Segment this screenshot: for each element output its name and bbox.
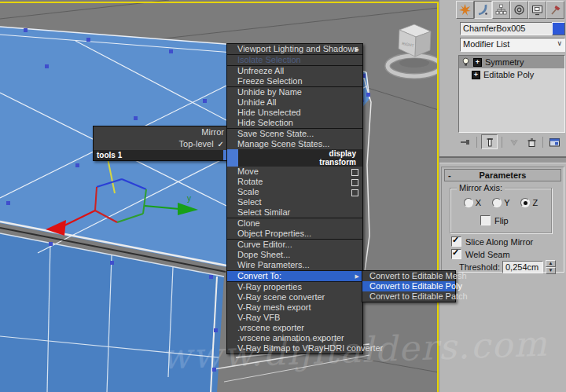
settings-box-icon[interactable] (351, 169, 358, 176)
show-end-result-button[interactable] (481, 134, 498, 149)
tab-create[interactable] (456, 1, 474, 19)
menu-item-manage-scene-states[interactable]: Manage Scene States... (227, 139, 362, 149)
expand-icon[interactable]: + (472, 71, 480, 79)
settings-box-icon[interactable] (351, 189, 358, 196)
stack-row-editable-poly[interactable]: + Editable Poly (459, 68, 564, 81)
threshold-row: Threshold: 0,254cm ▲ ▼ (459, 260, 556, 274)
tab-hierarchy[interactable] (492, 1, 510, 19)
convert-to-submenu: Convert to Editable Mesh Convert to Edit… (362, 270, 456, 302)
checkbox-box: ✓ (451, 249, 461, 259)
threshold-spinner: ▲ ▼ (546, 260, 556, 274)
tab-motion[interactable] (510, 1, 528, 19)
collapse-icon: - (448, 170, 451, 181)
utilities-icon (549, 4, 561, 16)
panel-splitter[interactable] (439, 156, 566, 163)
expand-icon[interactable]: + (473, 58, 482, 67)
rollout-header[interactable]: - Parameters (444, 169, 561, 181)
show-end-result-icon (484, 137, 495, 148)
mirror-axis-label: Mirror Axis: (457, 183, 505, 192)
menu-item-vrscene-animation-exporter[interactable]: .vrscene animation exporter (227, 333, 362, 343)
remove-modifier-button[interactable] (524, 135, 538, 148)
object-name-field[interactable]: ChamferBox005 (460, 22, 553, 35)
check-icon: ✓ (452, 247, 459, 258)
flip-checkbox[interactable]: ✓ Flip (480, 215, 509, 225)
menu-item-move[interactable]: Move (227, 167, 362, 177)
menu-item-save-scene-state[interactable]: Save Scene State... (227, 129, 362, 139)
pin-stack-button[interactable] (458, 135, 472, 148)
viewport-canvas[interactable]: y RIGHT (0, 0, 439, 392)
menu-item-vray-vfb[interactable]: V-Ray VFB (227, 313, 362, 323)
tab-utilities[interactable] (546, 1, 564, 19)
menu-item-vray-bitmap-converter[interactable]: V-Ray Bitmap to VRayHDRI converter (227, 343, 362, 354)
settings-box-icon[interactable] (351, 179, 358, 186)
menu-item-mirror[interactable]: Mirror (94, 126, 237, 138)
check-icon: ✓ (452, 235, 459, 245)
menu-item-hide-unselected[interactable]: Hide Unselected (227, 108, 362, 118)
menu-item-curve-editor[interactable]: Curve Editor... (227, 240, 362, 250)
radio-x[interactable]: X (464, 198, 481, 207)
radio-z[interactable]: Z (520, 198, 538, 207)
menu-item-vray-scene-converter[interactable]: V-Ray scene converter (227, 292, 362, 302)
submenu-arrow-icon: ▶ (355, 271, 359, 281)
quad-title-label: transform (319, 158, 356, 167)
tab-modify[interactable] (474, 1, 492, 19)
configure-modifier-sets-button[interactable] (547, 135, 562, 148)
slice-along-mirror-checkbox[interactable]: ✓ Slice Along Mirror (451, 236, 533, 247)
toolbar-divider (502, 137, 502, 148)
menu-item-wire-parameters[interactable]: Wire Parameters... (227, 260, 362, 270)
menu-item-vray-properties[interactable]: V-Ray properties (227, 282, 362, 292)
spinner-down-icon[interactable]: ▼ (546, 267, 556, 274)
remove-modifier-icon (526, 137, 537, 148)
radio-circle (464, 198, 473, 207)
motion-icon (513, 4, 525, 16)
menu-item-vrscene-exporter[interactable]: .vrscene exporter (227, 323, 362, 333)
chevron-down-icon: ∨ (557, 38, 562, 49)
menu-item-hide-selection[interactable]: Hide Selection (227, 118, 362, 128)
modifier-list-label: Modifier List (463, 39, 509, 49)
quad-title-tools1[interactable]: tools 1 (94, 150, 237, 160)
menu-item-dope-sheet[interactable]: Dope Sheet... (227, 250, 362, 260)
threshold-field[interactable]: 0,254cm (502, 261, 543, 273)
menu-item-select[interactable]: Select (227, 197, 362, 207)
quad-accent-square (227, 149, 238, 158)
menu-item-top-level[interactable]: Top-level✓ (94, 138, 237, 150)
create-icon (459, 4, 471, 16)
menu-item-convert-to[interactable]: Convert To:▶ (227, 271, 362, 281)
modify-icon (477, 4, 489, 16)
object-color-swatch[interactable] (552, 22, 565, 35)
menu-item-viewport-lighting[interactable]: Viewport Lighting and Shadows▶ (227, 44, 362, 54)
menu-item-rotate[interactable]: Rotate (227, 177, 362, 187)
menu-item-convert-editable-poly[interactable]: Convert to Editable Poly (362, 281, 455, 291)
menu-item-unhide-by-name[interactable]: Unhide by Name (227, 87, 362, 97)
menu-item-unfreeze-all[interactable]: Unfreeze All (227, 66, 362, 76)
menu-item-convert-editable-patch[interactable]: Convert to Editable Patch (362, 291, 455, 302)
mirror-axis-options: X Y Z (450, 198, 551, 207)
quad-title-transform[interactable]: transform (227, 158, 362, 167)
pin-stack-icon (460, 137, 471, 148)
checkmark-icon: ✓ (218, 140, 224, 148)
menu-item-unhide-all[interactable]: Unhide All (227, 97, 362, 108)
radio-y[interactable]: Y (492, 198, 509, 207)
modifier-name: Editable Poly (483, 70, 534, 79)
quad-title-display[interactable]: display (227, 149, 362, 158)
menu-item-select-similar[interactable]: Select Similar (227, 207, 362, 218)
command-panel-tabs (456, 1, 564, 19)
menu-item-freeze-selection[interactable]: Freeze Selection (227, 76, 362, 86)
menu-item-vray-mesh-export[interactable]: V-Ray mesh export (227, 302, 362, 313)
quad-menu-tools1: Mirror Top-level✓ tools 1 (93, 126, 237, 161)
stack-row-symmetry[interactable]: + Symmetry (459, 56, 564, 68)
make-unique-button[interactable] (506, 135, 521, 148)
menu-item-scale[interactable]: Scale (227, 187, 362, 197)
radio-circle (492, 198, 502, 207)
menu-item-convert-editable-mesh[interactable]: Convert to Editable Mesh (362, 271, 455, 281)
tab-display[interactable] (528, 1, 546, 19)
spinner-up-icon[interactable]: ▲ (546, 260, 556, 267)
lightbulb-icon[interactable] (461, 57, 470, 67)
quad-title-label: tools 1 (97, 151, 122, 159)
menu-item-object-properties[interactable]: Object Properties... (227, 229, 362, 239)
3dsmax-window: y RIGHT Mirror Top-level✓ tools 1 Viewpo… (0, 0, 566, 392)
weld-seam-checkbox[interactable]: ✓ Weld Seam (451, 249, 510, 259)
menu-item-isolate-selection[interactable]: Isolate Selection (227, 55, 362, 65)
modifier-list-dropdown[interactable]: Modifier List ∨ (460, 38, 565, 52)
menu-item-clone[interactable]: Clone (227, 218, 362, 229)
